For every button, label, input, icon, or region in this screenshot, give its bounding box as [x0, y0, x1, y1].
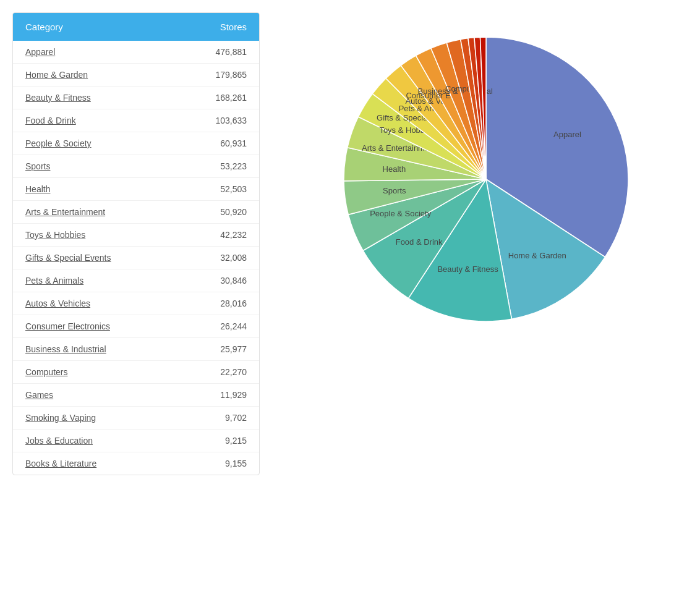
- category-cell[interactable]: Gifts & Special Events: [13, 247, 176, 269]
- category-header: Category: [13, 13, 176, 41]
- table-row: Computers 22,270: [13, 361, 259, 384]
- table-row: Autos & Vehicles 28,016: [13, 292, 259, 315]
- category-cell[interactable]: People & Society: [13, 132, 176, 155]
- category-cell[interactable]: Consumer Electronics: [13, 315, 176, 338]
- table-row: Consumer Electronics 26,244: [13, 315, 259, 338]
- category-cell[interactable]: Home & Garden: [13, 64, 176, 87]
- data-table: Category Stores Apparel 476,881 Home & G…: [12, 12, 260, 475]
- category-cell[interactable]: Autos & Vehicles: [13, 292, 176, 315]
- stores-cell: 9,215: [176, 430, 259, 452]
- category-cell[interactable]: Beauty & Fitness: [13, 87, 176, 109]
- pie-label: Food & Drink: [396, 237, 443, 247]
- stores-header: Stores: [176, 13, 259, 41]
- category-cell[interactable]: Pets & Animals: [13, 269, 176, 292]
- category-cell[interactable]: Books & Literature: [13, 452, 176, 475]
- table-row: Games 11,929: [13, 384, 259, 407]
- stores-cell: 52,503: [176, 178, 259, 201]
- table-row: Business & Industrial 25,977: [13, 338, 259, 361]
- pie-label: People & Society: [370, 209, 432, 218]
- category-cell[interactable]: Games: [13, 384, 176, 407]
- table-row: Smoking & Vaping 9,702: [13, 407, 259, 430]
- stores-cell: 25,977: [176, 338, 259, 361]
- table-row: Beauty & Fitness 168,261: [13, 87, 259, 109]
- table-row: People & Society 60,931: [13, 132, 259, 155]
- table-row: Arts & Entertainment 50,920: [13, 201, 259, 224]
- table-row: Pets & Animals 30,846: [13, 269, 259, 292]
- table-row: Food & Drink 103,633: [13, 109, 259, 132]
- pie-label: Sports: [383, 186, 406, 195]
- stores-cell: 60,931: [176, 132, 259, 155]
- stores-cell: 28,016: [176, 292, 259, 315]
- table-row: Books & Literature 9,155: [13, 452, 259, 475]
- stores-cell: 179,865: [176, 64, 259, 87]
- category-cell[interactable]: Food & Drink: [13, 109, 176, 132]
- stores-cell: 9,155: [176, 452, 259, 475]
- table-row: Health 52,503: [13, 178, 259, 201]
- stores-cell: 50,920: [176, 201, 259, 224]
- pie-label: Apparel: [553, 130, 581, 139]
- stores-cell: 476,881: [176, 41, 259, 64]
- category-cell[interactable]: Arts & Entertainment: [13, 201, 176, 224]
- pie-chart-container: ApparelHome & GardenBeauty & FitnessFood…: [284, 12, 688, 346]
- table-row: Gifts & Special Events 32,008: [13, 247, 259, 269]
- stores-cell: 42,232: [176, 224, 259, 247]
- table-row: Apparel 476,881: [13, 41, 259, 64]
- category-cell[interactable]: Smoking & Vaping: [13, 407, 176, 430]
- category-cell[interactable]: Toys & Hobbies: [13, 224, 176, 247]
- pie-label: Home & Garden: [508, 251, 566, 260]
- stores-cell: 103,633: [176, 109, 259, 132]
- table-row: Home & Garden 179,865: [13, 64, 259, 87]
- stores-cell: 26,244: [176, 315, 259, 338]
- category-cell[interactable]: Business & Industrial: [13, 338, 176, 361]
- stores-cell: 22,270: [176, 361, 259, 384]
- table-row: Sports 53,223: [13, 155, 259, 178]
- stores-cell: 9,702: [176, 407, 259, 430]
- pie-label: Health: [383, 164, 406, 174]
- stores-cell: 168,261: [176, 87, 259, 109]
- category-cell[interactable]: Computers: [13, 361, 176, 384]
- table-row: Toys & Hobbies 42,232: [13, 224, 259, 247]
- stores-cell: 11,929: [176, 384, 259, 407]
- stores-cell: 32,008: [176, 247, 259, 269]
- category-cell[interactable]: Health: [13, 178, 176, 201]
- pie-label: Beauty & Fitness: [437, 265, 498, 274]
- category-cell[interactable]: Apparel: [13, 41, 176, 64]
- stores-cell: 53,223: [176, 155, 259, 178]
- category-cell[interactable]: Sports: [13, 155, 176, 178]
- stores-cell: 30,846: [176, 269, 259, 292]
- category-cell[interactable]: Jobs & Education: [13, 430, 176, 452]
- table-row: Jobs & Education 9,215: [13, 430, 259, 452]
